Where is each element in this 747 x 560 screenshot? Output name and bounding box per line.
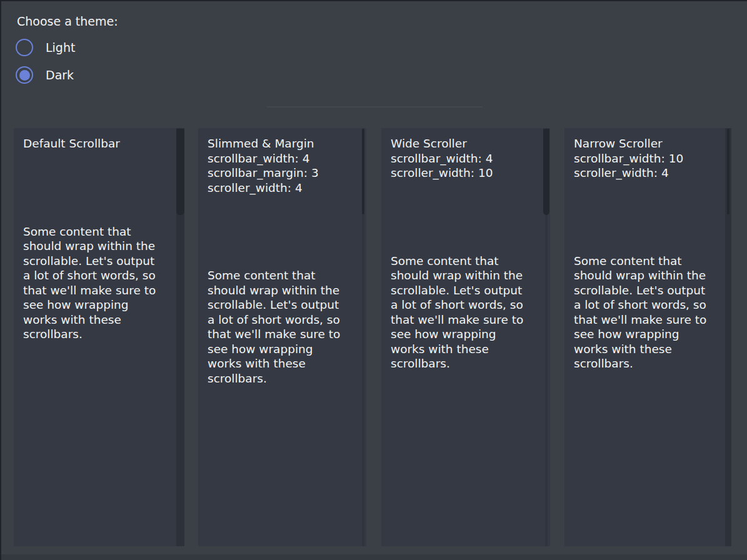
panel-title: Slimmed & Margin <box>208 136 355 151</box>
scrollable-panel-wide-scroller[interactable]: Wide Scroller scrollbar_width: 4 scrolle… <box>381 128 550 546</box>
radio-button-light[interactable] <box>16 39 33 56</box>
panel-params: scrollbar_width: 4 scroller_width: 10 <box>391 151 539 181</box>
panel-body-text: Some content that should wrap within the… <box>391 254 539 371</box>
page-horizontal-scrollbar-track[interactable] <box>1 554 747 560</box>
panel-spacer <box>574 181 720 254</box>
theme-chooser-section: Choose a theme: Light Dark <box>0 0 747 128</box>
panel-params: scrollbar_width: 4 scrollbar_margin: 3 s… <box>208 151 355 196</box>
panel-content: Slimmed & Margin scrollbar_width: 4 scro… <box>198 128 355 546</box>
panel-body-text: Some content that should wrap within the… <box>574 254 720 371</box>
radio-label-dark[interactable]: Dark <box>46 68 74 82</box>
horizontal-divider <box>267 106 483 108</box>
panel-body-text: Some content that should wrap within the… <box>23 224 173 342</box>
panel-body-text: Some content that should wrap within the… <box>208 268 355 386</box>
panel-spacer <box>208 195 355 268</box>
radio-option-light[interactable]: Light <box>16 38 75 58</box>
panel-content: Wide Scroller scrollbar_width: 4 scrolle… <box>381 128 539 546</box>
scrollbar-thumb[interactable] <box>727 129 729 214</box>
theme-chooser-label: Choose a theme: <box>17 14 118 28</box>
scrollable-panel-slimmed-margin[interactable]: Slimmed & Margin scrollbar_width: 4 scro… <box>198 128 366 546</box>
scrollbar-thumb[interactable] <box>176 129 184 215</box>
radio-button-dark[interactable] <box>16 66 33 84</box>
scrollable-panel-narrow-scroller[interactable]: Narrow Scroller scrollbar_width: 10 scro… <box>564 128 731 546</box>
panel-spacer <box>391 181 539 254</box>
scrollable-panel-default[interactable]: Default Scrollbar Some content that shou… <box>14 128 184 546</box>
panel-title: Wide Scroller <box>391 136 539 151</box>
panel-spacer <box>23 151 173 224</box>
scrollbar-thumb[interactable] <box>543 129 549 215</box>
panel-title: Narrow Scroller <box>574 136 720 151</box>
scrollbar-thumb[interactable] <box>362 129 364 214</box>
radio-option-dark[interactable]: Dark <box>16 65 74 85</box>
radio-label-light[interactable]: Light <box>46 41 75 54</box>
panel-params: scrollbar_width: 10 scroller_width: 4 <box>574 151 720 181</box>
radio-dot-icon <box>19 70 30 81</box>
panel-title: Default Scrollbar <box>23 136 173 151</box>
panel-content: Narrow Scroller scrollbar_width: 10 scro… <box>564 128 720 546</box>
panel-content: Default Scrollbar Some content that shou… <box>14 128 173 546</box>
